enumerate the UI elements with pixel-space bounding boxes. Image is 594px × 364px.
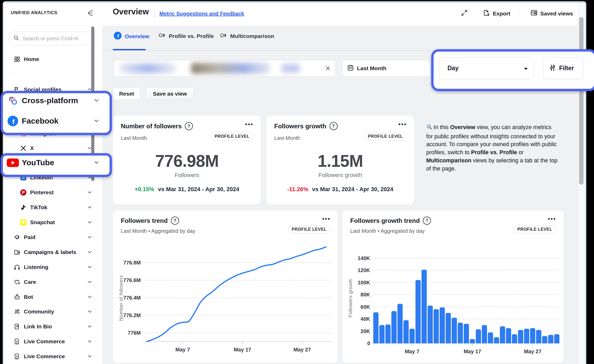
- export-button[interactable]: Export: [483, 9, 510, 18]
- svg-text:100K: 100K: [358, 280, 370, 285]
- header-separator: [520, 9, 520, 19]
- card-menu-icon[interactable]: •••: [548, 216, 556, 222]
- card-number-of-followers: Number of followers ? ••• Last Month PRO…: [113, 116, 261, 205]
- svg-text:40K: 40K: [360, 316, 370, 322]
- filter-button[interactable]: Filter: [543, 57, 584, 79]
- sidebar-item-facebook[interactable]: f Facebook: [3, 114, 110, 128]
- collapse-sidebar-icon[interactable]: [86, 9, 94, 17]
- card-subtitle: Last Month: [274, 135, 300, 141]
- reset-button[interactable]: Reset: [113, 87, 140, 100]
- save-as-view-button[interactable]: Save as view: [145, 87, 194, 100]
- profile-selector[interactable]: [114, 60, 336, 77]
- card-title: Number of followers: [121, 123, 182, 130]
- svg-text:May 27: May 27: [524, 349, 542, 354]
- date-range-selector[interactable]: Last Month: [342, 60, 431, 77]
- card-title: Followers growth: [274, 123, 326, 130]
- note-text: In this: [434, 124, 450, 130]
- card-menu-icon[interactable]: •••: [398, 121, 407, 128]
- metric-value: 1.15M: [266, 151, 414, 171]
- svg-text:May 7: May 7: [405, 349, 419, 354]
- followers-trend-chart: 776M776.2M776.4M776.6M776.8MMay 7May 17M…: [113, 242, 338, 363]
- granularity-dropdown[interactable]: Day: [439, 57, 534, 79]
- sidebar-item-x[interactable]: X: [3, 143, 118, 154]
- card-menu-icon[interactable]: •••: [245, 121, 253, 128]
- tab-profile-vs-profile[interactable]: Profile vs. Profile: [158, 32, 214, 40]
- youtube-icon: [7, 156, 19, 169]
- tiktok-icon: [20, 204, 27, 211]
- sidebar-item-care[interactable]: Care: [3, 277, 112, 288]
- card-subtitle: Last Month: [121, 135, 147, 141]
- tab-label: Overview: [125, 33, 149, 40]
- sidebar-item-label: Bot: [24, 294, 33, 300]
- delta-value: +0.15%: [134, 186, 154, 192]
- sidebar-item-paid[interactable]: Paid: [3, 232, 112, 243]
- profile-level-badge: PROFILE LEVEL: [364, 133, 407, 140]
- tab-multicomparison[interactable]: Multicomparison: [220, 32, 274, 40]
- card-followers-growth: Followers growth ? ••• Last Month PROFIL…: [266, 116, 414, 205]
- help-icon[interactable]: ?: [330, 122, 338, 130]
- saved-views-icon: [530, 9, 538, 18]
- sidebar-item-snapchat[interactable]: Snapchat: [3, 217, 118, 228]
- app-canvas: UNIFIED ANALYTICS Home Social profiles: [0, 0, 594, 364]
- svg-text:80K: 80K: [360, 292, 370, 297]
- sidebar-item-youtube[interactable]: YouTube: [3, 156, 110, 170]
- metric-comparison: -11.26% vs Mar 31, 2024 - Apr 30, 2024: [266, 186, 414, 193]
- svg-text:120K: 120K: [358, 267, 370, 273]
- sidebar-item-tiktok[interactable]: TikTok: [3, 202, 118, 213]
- tab-overview[interactable]: f Overview: [114, 32, 149, 41]
- metric-suggestions-link[interactable]: Metric Suggestions and Feedback: [159, 11, 244, 17]
- saved-views-button[interactable]: Saved views: [530, 9, 573, 18]
- sidebar-item-pinterest[interactable]: P Pinterest: [3, 187, 118, 198]
- saved-views-label: Saved views: [540, 10, 573, 17]
- expand-view-button[interactable]: [461, 9, 468, 18]
- comparison-period: vs Mar 31, 2024 - Apr 30, 2024: [158, 186, 239, 192]
- search-input[interactable]: [22, 35, 91, 42]
- sidebar-item-label: Campaigns & labels: [24, 249, 76, 255]
- sidebar-item-cross-platform[interactable]: Cross-platform: [3, 93, 110, 108]
- svg-text:140K: 140K: [358, 255, 370, 261]
- granularity-value: Day: [447, 65, 458, 72]
- card-menu-icon[interactable]: •••: [322, 216, 331, 222]
- svg-text:May 7: May 7: [175, 347, 190, 352]
- help-icon[interactable]: ?: [171, 217, 179, 225]
- chevron-down-icon: [94, 160, 99, 166]
- sidebar-item-campaigns-labels[interactable]: Campaigns & labels: [3, 247, 112, 258]
- svg-text:776.6M: 776.6M: [123, 277, 141, 283]
- clear-selection-icon[interactable]: [323, 64, 332, 73]
- sidebar-item-bot[interactable]: Bot: [3, 291, 112, 302]
- help-icon[interactable]: ?: [185, 122, 193, 130]
- facebook-icon: f: [7, 115, 19, 127]
- blurred-profile-chip: [120, 63, 175, 73]
- headphones-icon: [13, 263, 21, 271]
- svg-text:May 17: May 17: [234, 347, 251, 352]
- svg-text:0: 0: [367, 340, 370, 346]
- people-icon: [13, 308, 21, 315]
- blurred-profile-chip: [191, 63, 270, 74]
- page-title: Overview: [113, 7, 149, 16]
- calendar-icon: [347, 64, 354, 72]
- sidebar-item-live-commerce[interactable]: Live Commerce: [3, 336, 112, 347]
- sliders-icon: [549, 64, 557, 73]
- sidebar-item-home[interactable]: Home: [3, 54, 112, 65]
- svg-text:May 17: May 17: [464, 349, 481, 354]
- help-icon[interactable]: ?: [423, 217, 431, 225]
- selector-separator: [335, 63, 335, 73]
- sidebar-item-label: Paid: [24, 234, 35, 240]
- chevron-down-icon: [87, 234, 93, 240]
- sidebar-item-listening[interactable]: Listening: [3, 262, 112, 273]
- chevron-down-icon: [87, 324, 93, 329]
- note-bold: Overview: [450, 124, 475, 130]
- sidebar-item-link-in-bio[interactable]: Link In Bio: [3, 321, 112, 332]
- sidebar-item-label: Pinterest: [30, 189, 54, 196]
- sidebar-item-live-commerce-2[interactable]: Live Commerce: [3, 351, 112, 362]
- chevron-down-icon: [94, 118, 99, 124]
- note-bold: Multicomparison: [426, 157, 471, 164]
- svg-text:f: f: [12, 118, 15, 126]
- delta-value: -11.26%: [287, 186, 309, 192]
- sidebar-item-community[interactable]: Community: [3, 306, 112, 317]
- expand-icon: [461, 9, 468, 18]
- sidebar-item-label: Cross-platform: [22, 96, 78, 105]
- main-scrollbar-thumb[interactable]: [579, 17, 584, 185]
- heart-plus-icon: [13, 278, 21, 286]
- metric-comparison: +0.15% vs Mar 31, 2024 - Apr 30, 2024: [113, 186, 261, 193]
